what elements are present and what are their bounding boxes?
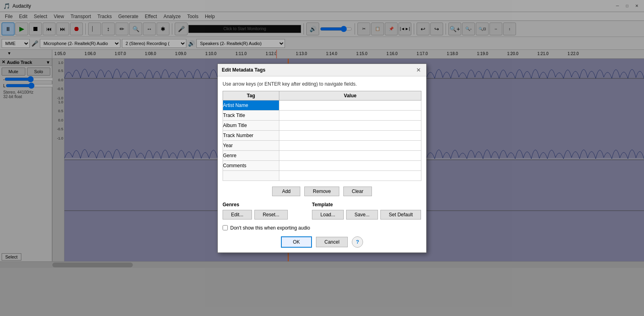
genres-reset-button[interactable]: Reset... [254,210,288,220]
modal-body: Use arrow keys (or ENTER key after editi… [218,76,426,252]
help-button[interactable]: ? [352,236,363,248]
metadata-row-2: Album Title [223,120,421,130]
value-input-5[interactable] [279,151,421,160]
dont-show-checkbox[interactable] [223,225,228,230]
template-load-button[interactable]: Load... [312,210,344,220]
modal-overlay: Edit Metadata Tags ✕ Use arrow keys (or … [0,0,644,316]
value-cell-2 [279,120,421,130]
metadata-row-6: Comments [223,160,421,170]
value-cell-6 [279,160,421,170]
value-input-2[interactable] [279,121,421,130]
value-input-6[interactable] [279,161,421,170]
value-input-7[interactable] [279,171,421,181]
template-group: Template Load... Save... Set Default [312,202,421,220]
metadata-row-7 [223,170,421,181]
value-cell-0 [279,100,421,110]
value-cell-1 [279,110,421,120]
ok-button[interactable]: OK [281,236,312,248]
tag-cell-1: Track Title [223,110,279,120]
modal-titlebar: Edit Metadata Tags ✕ [218,64,426,76]
template-set-default-button[interactable]: Set Default [380,210,421,220]
col-tag-header: Tag [223,91,279,100]
tag-cell-4: Year [223,140,279,150]
value-input-0[interactable] [279,101,421,110]
template-save-button[interactable]: Save... [346,210,378,220]
metadata-row-0: Artist Name [223,100,421,110]
cancel-button[interactable]: Cancel [316,237,348,247]
tag-cell-2: Album Title [223,120,279,130]
modal-hint: Use arrow keys (or ENTER key after editi… [223,81,421,87]
tag-cell-5: Genre [223,150,279,160]
metadata-row-5: Genre [223,150,421,160]
value-cell-4 [279,140,421,150]
ok-cancel-row: OK Cancel ? [223,236,421,248]
add-button[interactable]: Add [272,187,300,196]
metadata-row-3: Track Number [223,130,421,140]
metadata-table: Tag Value Artist NameTrack TitleAlbum Ti… [223,91,421,181]
value-cell-7 [279,170,421,181]
template-buttons: Load... Save... Set Default [312,210,421,220]
modal-title: Edit Metadata Tags [222,67,265,73]
metadata-modal: Edit Metadata Tags ✕ Use arrow keys (or … [217,64,427,253]
col-value-header: Value [279,91,421,100]
value-cell-5 [279,150,421,160]
metadata-row-1: Track Title [223,110,421,120]
value-cell-3 [279,130,421,140]
metadata-table-body: Artist NameTrack TitleAlbum TitleTrack N… [223,100,421,181]
tag-cell-0: Artist Name [223,100,279,110]
metadata-row-4: Year [223,140,421,150]
genres-edit-button[interactable]: Edit... [223,210,252,220]
tag-cell-7 [223,170,279,181]
clear-button[interactable]: Clear [343,187,372,196]
genres-group: Genres Edit... Reset... [223,202,288,220]
genres-buttons: Edit... Reset... [223,210,288,220]
value-input-1[interactable] [279,111,421,120]
remove-button[interactable]: Remove [304,187,339,196]
tag-cell-3: Track Number [223,130,279,140]
genres-label: Genres [223,202,288,207]
dont-show-label: Don't show this when exporting audio [230,225,310,231]
modal-close-button[interactable]: ✕ [415,66,422,74]
dont-show-row: Don't show this when exporting audio [223,225,421,231]
value-input-4[interactable] [279,141,421,150]
action-buttons-row: Add Remove Clear [223,187,421,196]
template-label: Template [312,202,421,207]
value-input-3[interactable] [279,131,421,140]
tag-cell-6: Comments [223,160,279,170]
genres-template-section: Genres Edit... Reset... Template Load...… [223,202,421,220]
